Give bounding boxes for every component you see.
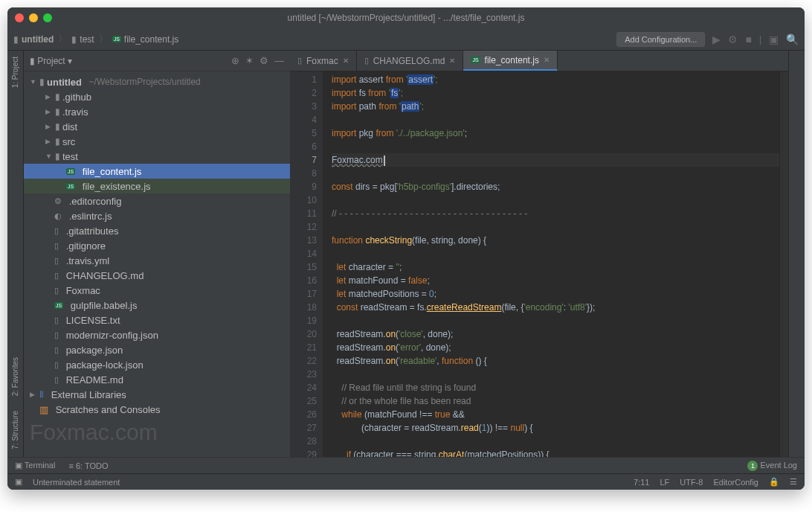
tree-file[interactable]: ▯ Foxmac xyxy=(24,283,290,298)
event-badge: 1 xyxy=(747,461,758,471)
ide-window: untitled [~/WebstormProjects/untitled] -… xyxy=(7,7,805,490)
right-tool-rail xyxy=(788,51,805,457)
text-caret xyxy=(384,156,385,166)
line-gutter[interactable]: 1234567891011121314151617181920212223242… xyxy=(290,71,323,457)
json-icon: ▯ xyxy=(54,330,59,340)
md-icon: ▯ xyxy=(54,375,59,385)
locate-icon[interactable]: ⊕ xyxy=(231,55,239,66)
tree-folder[interactable]: ▶▮src xyxy=(24,134,290,149)
tree-file[interactable]: ▯ .gitignore xyxy=(24,238,290,253)
tab-changelog[interactable]: ▯CHANGELOG.md✕ xyxy=(357,51,464,71)
tree-file[interactable]: ▯ modernizr-config.json xyxy=(24,327,290,342)
rail-favorites[interactable]: 2: Favorites xyxy=(11,357,19,396)
line-ending[interactable]: LF xyxy=(660,478,669,487)
bottom-tool-bar: ▣ Terminal ≡ 6: TODO 1 Event Log xyxy=(7,457,805,473)
gear-icon[interactable]: ⚙ xyxy=(260,55,268,66)
titlebar: untitled [~/WebstormProjects/untitled] -… xyxy=(7,7,805,28)
folder-icon: ▮ xyxy=(71,34,77,45)
js-icon: JS xyxy=(66,168,75,175)
stop-icon[interactable]: ■ xyxy=(745,33,751,45)
tree-file[interactable]: ▯ .gitattributes xyxy=(24,223,290,238)
json-icon: ▯ xyxy=(54,360,59,370)
close-icon[interactable]: ✕ xyxy=(449,57,455,65)
tab-filecontent[interactable]: JSfile_content.js✕ xyxy=(463,51,558,71)
close-icon[interactable]: ✕ xyxy=(343,57,349,65)
js-icon: JS xyxy=(112,36,121,42)
md-icon: ▯ xyxy=(54,271,59,281)
error-stripe[interactable] xyxy=(779,71,788,457)
tree-folder[interactable]: ▶▮.github xyxy=(24,89,290,104)
hide-icon[interactable]: — xyxy=(274,55,284,66)
chevron-right-icon: 〉 xyxy=(99,33,108,45)
lock-icon[interactable]: 🔒 xyxy=(769,477,779,487)
tree-file[interactable]: ⚙ .editorconfig xyxy=(24,193,290,208)
traffic-lights[interactable] xyxy=(15,13,52,22)
md-icon: ▯ xyxy=(364,56,369,65)
caret-position[interactable]: 7:11 xyxy=(634,478,649,487)
status-bar: ▣ Unterminated statement 7:11 LF UTF-8 E… xyxy=(7,473,805,490)
tree-file[interactable]: ▯ .travis.yml xyxy=(24,253,290,268)
maximize-icon[interactable] xyxy=(43,13,52,22)
breadcrumb-root[interactable]: ▮untitled xyxy=(13,34,54,45)
tree-folder-test[interactable]: ▼▮test xyxy=(24,149,290,164)
js-icon: JS xyxy=(54,302,63,309)
tree-root[interactable]: ▼▮untitled ~/WebstormProjects/untitled xyxy=(24,74,290,89)
tab-foxmac[interactable]: ▯Foxmac✕ xyxy=(290,51,357,71)
layout-icon[interactable]: ▣ xyxy=(769,33,779,45)
tree-file[interactable]: ▯ package.json xyxy=(24,342,290,357)
event-log-button[interactable]: 1 Event Log xyxy=(747,461,797,471)
file-icon: ▯ xyxy=(297,56,302,65)
chevron-right-icon: 〉 xyxy=(58,33,67,45)
close-icon[interactable]: ✕ xyxy=(544,56,550,64)
encoding[interactable]: UTF-8 xyxy=(680,478,703,487)
left-tool-rail: 1: Project 2: Favorites 7: Structure xyxy=(7,51,24,457)
tree-file[interactable]: JS gulpfile.babel.js xyxy=(24,298,290,313)
folder-icon: ▮ xyxy=(13,34,19,45)
tree-file-selected[interactable]: JS file_content.js xyxy=(24,164,290,179)
tree-file[interactable]: ▯ CHANGELOG.md xyxy=(24,268,290,283)
close-icon[interactable] xyxy=(15,13,24,22)
yml-icon: ▯ xyxy=(54,256,59,266)
project-sidebar: ▮ Project ▾ ⊕ ✶ ⚙ — ▼▮untitled ~/Webstor… xyxy=(24,51,290,457)
expand-icon[interactable]: ✶ xyxy=(245,55,254,66)
tree-file[interactable]: ▯ package-lock.json xyxy=(24,357,290,372)
editorconfig[interactable]: EditorConfig xyxy=(713,478,758,487)
tree-file[interactable]: ◐ .eslintrc.js xyxy=(24,208,290,223)
terminal-button[interactable]: ▣ Terminal xyxy=(15,461,55,470)
tree-folder[interactable]: ▶▮.travis xyxy=(24,104,290,119)
json-icon: ▯ xyxy=(54,345,59,355)
breadcrumb-file[interactable]: JSfile_content.js xyxy=(112,34,179,45)
js-icon: JS xyxy=(471,57,480,63)
window-title: untitled [~/WebstormProjects/untitled] -… xyxy=(288,13,525,23)
breadcrumb-test[interactable]: ▮test xyxy=(71,34,94,45)
project-tree[interactable]: ▼▮untitled ~/WebstormProjects/untitled ▶… xyxy=(24,71,290,457)
minimize-icon[interactable] xyxy=(29,13,38,22)
tree-file[interactable]: ▯ LICENSE.txt xyxy=(24,313,290,327)
editor-tabs: ▯Foxmac✕ ▯CHANGELOG.md✕ JSfile_content.j… xyxy=(290,51,788,71)
project-dropdown[interactable]: ▮ Project ▾ xyxy=(30,56,72,66)
file-icon: ▯ xyxy=(54,286,59,295)
rail-structure[interactable]: 7: Structure xyxy=(11,411,19,449)
inspect-icon[interactable]: ☰ xyxy=(790,477,797,487)
tree-external-libs[interactable]: ▶⫴ External Libraries xyxy=(24,387,290,402)
nav-bar: ▮untitled 〉 ▮test 〉 JSfile_content.js Ad… xyxy=(7,28,805,51)
run-icon[interactable]: ▶ xyxy=(712,33,721,45)
status-icon[interactable]: ▣ xyxy=(15,477,22,487)
file-icon: ◐ xyxy=(54,211,62,221)
status-message: Unterminated statement xyxy=(33,478,120,487)
debug-icon[interactable]: ⚙ xyxy=(728,33,738,45)
todo-button[interactable]: ≡ 6: TODO xyxy=(68,461,108,470)
tree-scratches[interactable]: ▥ Scratches and Consoles xyxy=(24,402,290,417)
tree-folder[interactable]: ▶▮dist xyxy=(24,119,290,134)
code-editor[interactable]: 1234567891011121314151617181920212223242… xyxy=(290,71,788,457)
code-content[interactable]: import assert from 'assert'; import fs f… xyxy=(323,71,779,457)
library-icon: ⫴ xyxy=(39,388,44,400)
file-icon: ▯ xyxy=(54,226,59,236)
scratches-icon: ▥ xyxy=(39,404,48,415)
file-icon: ▯ xyxy=(54,316,59,325)
tree-file[interactable]: ▯ README.md xyxy=(24,372,290,387)
tree-file[interactable]: JS file_existence.js xyxy=(24,179,290,193)
rail-project[interactable]: 1: Project xyxy=(11,57,19,88)
search-icon[interactable]: 🔍 xyxy=(786,33,799,45)
add-configuration-button[interactable]: Add Configuration... xyxy=(616,32,705,47)
